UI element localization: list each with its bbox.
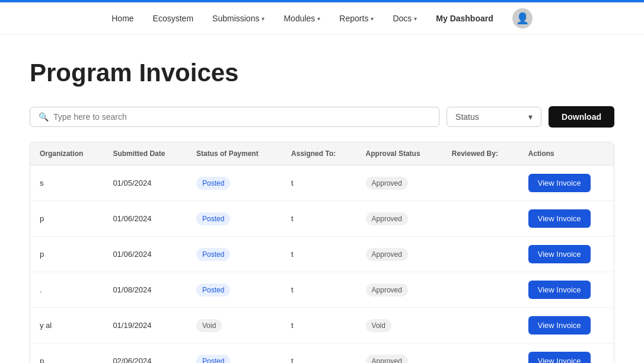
cell-payment-status: Posted (187, 201, 282, 237)
navbar: Home Ecosystem Submissions ▾ Modules ▾ R… (0, 2, 644, 35)
view-invoice-button[interactable]: View Invoice (528, 281, 591, 299)
search-input[interactable] (53, 112, 431, 122)
cell-org: p (30, 237, 103, 272)
cell-approval-status: Approved (356, 201, 442, 237)
cell-reviewed-by (442, 308, 519, 343)
cell-approval-status: Approved (356, 343, 442, 364)
approval-status-badge: Approved (366, 177, 408, 190)
cell-reviewed-by (442, 343, 519, 364)
payment-status-badge: Posted (196, 248, 230, 261)
cell-org: y al (30, 308, 103, 343)
table-row: y al 01/19/2024 Void t Void View Invoice (30, 308, 614, 343)
col-status-payment: Status of Payment (187, 142, 282, 165)
cell-assigned-to: t (282, 201, 356, 237)
col-assigned-to: Assigned To: (282, 142, 356, 165)
table-row: p 01/06/2024 Posted t Approved View Invo… (30, 201, 614, 237)
cell-org: p (30, 343, 103, 364)
cell-actions: View Invoice (519, 308, 614, 343)
invoices-table-wrapper: Organization Submitted Date Status of Pa… (30, 142, 614, 363)
payment-status-badge: Posted (196, 284, 230, 297)
cell-actions: View Invoice (519, 237, 614, 272)
cell-actions: View Invoice (519, 201, 614, 237)
payment-status-badge: Posted (196, 177, 230, 190)
download-button[interactable]: Download (549, 106, 614, 128)
cell-org: . (30, 272, 103, 308)
invoices-table: Organization Submitted Date Status of Pa… (30, 142, 614, 363)
col-submitted-date: Submitted Date (103, 142, 187, 165)
table-row: s 01/05/2024 Posted t Approved View Invo… (30, 165, 614, 201)
table-body: s 01/05/2024 Posted t Approved View Invo… (30, 165, 614, 364)
cell-approval-status: Approved (356, 237, 442, 272)
chevron-down-icon: ▾ (414, 15, 417, 22)
cell-payment-status: Posted (187, 237, 282, 272)
cell-assigned-to: t (282, 165, 356, 201)
cell-assigned-to: t (282, 308, 356, 343)
cell-actions: View Invoice (519, 272, 614, 308)
table-row: . 01/08/2024 Posted t Approved View Invo… (30, 272, 614, 308)
toolbar: 🔍 Status ▾ Download (30, 106, 614, 128)
approval-status-badge: Approved (366, 284, 408, 297)
cell-org: p (30, 201, 103, 237)
cell-date: 01/08/2024 (103, 272, 187, 308)
table-row: p 02/06/2024 Posted t Approved View Invo… (30, 343, 614, 364)
cell-date: 02/06/2024 (103, 343, 187, 364)
cell-approval-status: Void (356, 308, 442, 343)
cell-reviewed-by (442, 201, 519, 237)
cell-approval-status: Approved (356, 165, 442, 201)
view-invoice-button[interactable]: View Invoice (528, 245, 591, 263)
chevron-down-icon: ▾ (371, 15, 374, 22)
nav-reports[interactable]: Reports ▾ (339, 14, 374, 23)
col-reviewed-by: Reviewed By: (442, 142, 519, 165)
cell-date: 01/06/2024 (103, 201, 187, 237)
cell-payment-status: Posted (187, 343, 282, 364)
view-invoice-button[interactable]: View Invoice (528, 316, 591, 335)
cell-payment-status: Posted (187, 272, 282, 308)
table-row: p 01/06/2024 Posted t Approved View Invo… (30, 237, 614, 272)
cell-reviewed-by (442, 237, 519, 272)
page-title: Program Invoices (30, 59, 614, 87)
page-content: Program Invoices 🔍 Status ▾ Download Org… (0, 35, 644, 363)
approval-status-badge: Void (366, 319, 391, 332)
nav-my-dashboard[interactable]: My Dashboard (436, 14, 493, 23)
cell-actions: View Invoice (519, 343, 614, 364)
search-icon: 🔍 (39, 112, 49, 122)
cell-assigned-to: t (282, 237, 356, 272)
cell-reviewed-by (442, 165, 519, 201)
cell-payment-status: Posted (187, 165, 282, 201)
nav-ecosystem[interactable]: Ecosystem (153, 14, 193, 23)
status-dropdown[interactable]: Status ▾ (447, 107, 541, 127)
cell-org: s (30, 165, 103, 201)
view-invoice-button[interactable]: View Invoice (528, 209, 591, 228)
approval-status-badge: Approved (366, 212, 408, 225)
nav-submissions[interactable]: Submissions ▾ (212, 14, 264, 23)
col-organization: Organization (30, 142, 103, 165)
approval-status-badge: Approved (366, 355, 408, 364)
table-header: Organization Submitted Date Status of Pa… (30, 142, 614, 165)
cell-date: 01/05/2024 (103, 165, 187, 201)
cell-date: 01/19/2024 (103, 308, 187, 343)
nav-home[interactable]: Home (111, 14, 133, 23)
nav-modules[interactable]: Modules ▾ (283, 14, 320, 23)
search-container: 🔍 (30, 107, 439, 127)
cell-assigned-to: t (282, 343, 356, 364)
approval-status-badge: Approved (366, 248, 408, 261)
cell-reviewed-by (442, 272, 519, 308)
payment-status-badge: Void (196, 319, 222, 332)
cell-actions: View Invoice (519, 165, 614, 201)
cell-approval-status: Approved (356, 272, 442, 308)
cell-date: 01/06/2024 (103, 237, 187, 272)
payment-status-badge: Posted (196, 212, 230, 225)
col-actions: Actions (519, 142, 614, 165)
col-approval-status: Approval Status (356, 142, 442, 165)
chevron-down-icon: ▾ (528, 112, 533, 122)
nav-docs[interactable]: Docs ▾ (393, 14, 417, 23)
chevron-down-icon: ▾ (262, 15, 264, 22)
payment-status-badge: Posted (196, 355, 230, 364)
view-invoice-button[interactable]: View Invoice (528, 352, 591, 363)
cell-assigned-to: t (282, 272, 356, 308)
view-invoice-button[interactable]: View Invoice (528, 174, 591, 192)
chevron-down-icon: ▾ (317, 15, 320, 22)
cell-payment-status: Void (187, 308, 282, 343)
avatar[interactable]: 👤 (512, 8, 533, 28)
